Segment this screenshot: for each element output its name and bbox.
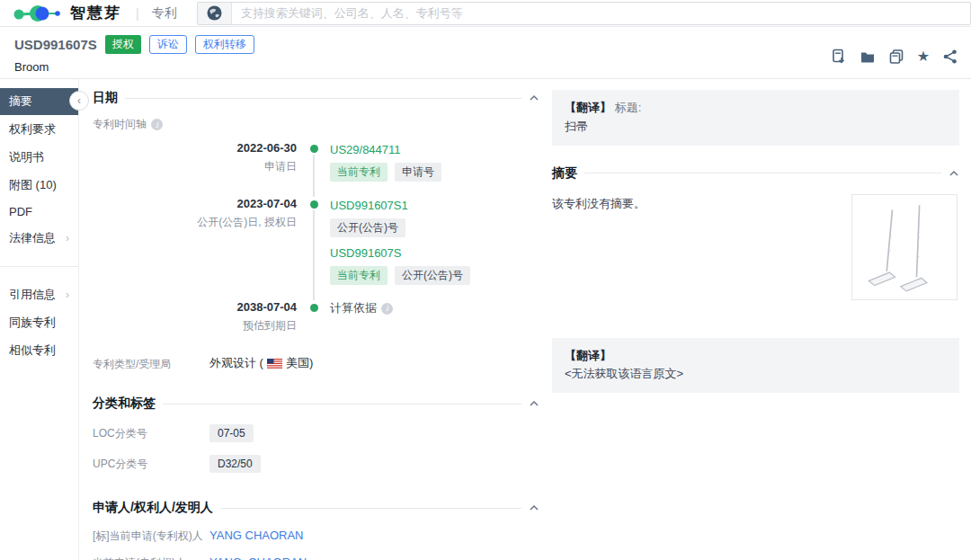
section-divider <box>125 98 521 99</box>
sidebar-item-label: 法律信息 <box>9 230 56 246</box>
timeline-label-row: 专利时间轴 i <box>93 117 539 132</box>
badge-litigation[interactable]: 诉讼 <box>149 35 187 54</box>
search-scope-button[interactable] <box>198 3 232 24</box>
people-row: [标]当前申请(专利权)人 YANG CHAORAN <box>93 527 539 544</box>
chevron-up-icon[interactable] <box>949 168 959 179</box>
applicant-link[interactable]: YANG, CHAORAN <box>209 556 307 560</box>
classification-row: UPC分类号 D32/50 <box>93 455 539 473</box>
section-title: 申请人/权利人/发明人 <box>93 500 213 516</box>
chevron-right-icon: › <box>66 232 69 244</box>
timeline-row: 2022-06-30 申请日 US29/844711 当前专利 申请号 <box>93 141 539 197</box>
timeline-date-label: 公开(公告)日, 授权日 <box>93 215 297 230</box>
brand[interactable]: 智慧芽 <box>13 3 121 24</box>
classification-row: LOC分类号 07-05 <box>93 424 539 442</box>
timeline-date: 2023-07-04 <box>93 197 297 210</box>
page-body: ‹ 摘要 权利要求 说明书 附图 (10) PDF 法律信息 › 引用信息 › … <box>0 79 971 560</box>
globe-icon <box>207 5 222 21</box>
patent-type-label: 专利类型/受理局 <box>93 355 209 372</box>
translation-title-label: 标题: <box>615 101 642 114</box>
copy-icon[interactable] <box>888 49 904 65</box>
sidebar-item-claims[interactable]: 权利要求 <box>0 116 78 143</box>
calc-basis-label: 计算依据 <box>330 300 377 316</box>
timeline-connector <box>313 155 315 197</box>
sidebar-item-abstract[interactable]: 摘要 <box>0 88 78 115</box>
timeline-axis <box>308 300 319 333</box>
tag-current-patent: 当前专利 <box>330 163 388 182</box>
timeline-date: 2038-07-04 <box>93 300 297 314</box>
sidebar-item-legal-info[interactable]: 法律信息 › <box>0 225 78 252</box>
sidebar-item-pdf[interactable]: PDF <box>0 200 78 224</box>
publication-number-link[interactable]: USD991607S <box>330 246 402 260</box>
nav-divider: | <box>136 6 139 21</box>
sidebar-item-label: PDF <box>9 205 32 218</box>
chevron-up-icon[interactable] <box>529 398 539 409</box>
timeline-row: 2023-07-04 公开(公告)日, 授权日 USD991607S1 公开(公… <box>93 197 539 300</box>
loc-class-label: LOC分类号 <box>93 424 209 441</box>
patsnap-logo-icon <box>13 3 63 24</box>
timeline-dot <box>310 304 318 312</box>
search-bar[interactable] <box>197 2 971 25</box>
chevron-up-icon[interactable] <box>529 502 539 513</box>
people-label: 当前申请(专利权)人 <box>93 554 209 560</box>
section-people-header: 申请人/权利人/发明人 <box>93 500 539 516</box>
sidebar-nav: 摘要 权利要求 说明书 附图 (10) PDF 法律信息 › 引用信息 › 同族… <box>0 79 79 560</box>
patent-drawing-thumbnail[interactable] <box>851 194 958 300</box>
sidebar-item-label: 同族专利 <box>9 315 56 331</box>
nav-patent[interactable]: 专利 <box>152 5 177 22</box>
timeline-dot <box>310 200 318 209</box>
translation-prefix: 【翻译】 <box>565 101 611 114</box>
badge-rights-transfer[interactable]: 权利转移 <box>195 35 254 54</box>
sidebar-item-family[interactable]: 同族专利 <box>0 309 78 336</box>
sidebar-item-figures[interactable]: 附图 (10) <box>0 172 78 199</box>
chevron-right-icon: › <box>66 289 69 301</box>
timeline-label: 专利时间轴 <box>93 117 147 132</box>
broom-drawing-icon <box>858 200 951 294</box>
search-input[interactable] <box>232 6 970 20</box>
header-action-icons: ★ <box>831 49 958 65</box>
patent-title: Broom <box>14 60 957 74</box>
sidebar-item-label: 引用信息 <box>9 287 56 303</box>
section-classification-header: 分类和标签 <box>93 396 539 412</box>
status-badge-granted: 授权 <box>105 35 141 54</box>
abstract-body: 该专利没有摘要。 <box>552 192 959 325</box>
section-divider <box>163 404 521 404</box>
star-icon[interactable]: ★ <box>917 49 930 64</box>
timeline-date: 2022-06-30 <box>93 141 297 155</box>
applicant-link[interactable]: YANG CHAORAN <box>209 529 304 542</box>
section-title: 分类和标签 <box>93 396 156 412</box>
us-flag-icon <box>267 359 282 369</box>
sidebar-item-citations[interactable]: 引用信息 › <box>0 281 78 308</box>
sidebar-item-similar[interactable]: 相似专利 <box>0 337 78 364</box>
patent-type-row: 专利类型/受理局 外观设计 ( 美国) <box>93 355 539 372</box>
timeline-axis <box>308 141 319 197</box>
info-icon[interactable]: i <box>381 303 393 315</box>
translation-abstract-box: 【翻译】 <无法获取该语言原文> <box>552 338 959 394</box>
section-title: 摘要 <box>552 165 577 182</box>
translation-title-value: 扫帚 <box>565 118 947 137</box>
upc-class-value[interactable]: D32/50 <box>209 455 261 473</box>
export-pdf-icon[interactable] <box>831 49 847 65</box>
publication-number-link[interactable]: USD991607S1 <box>330 199 408 212</box>
patent-type-value: 外观设计 ( <box>209 355 263 371</box>
main-content: 日期 专利时间轴 i 2022-06-30 申请日 US29/844711 <box>79 79 539 560</box>
tag-publication-number: 公开(公告)号 <box>395 266 470 285</box>
section-title: 日期 <box>93 90 118 106</box>
section-dates-header: 日期 <box>93 90 539 106</box>
timeline-axis <box>308 197 319 300</box>
upc-class-label: UPC分类号 <box>93 455 209 472</box>
loc-class-value[interactable]: 07-05 <box>209 424 254 442</box>
share-icon[interactable] <box>942 49 958 65</box>
tag-current-patent: 当前专利 <box>330 266 388 285</box>
section-divider <box>584 173 941 173</box>
sidebar-item-description[interactable]: 说明书 <box>0 144 78 171</box>
application-number-link[interactable]: US29/844711 <box>330 143 401 156</box>
people-row: 当前申请(专利权)人 YANG, CHAORAN NO. 72-489, DIN… <box>93 554 539 560</box>
chevron-up-icon[interactable] <box>529 93 539 103</box>
folder-icon[interactable] <box>860 49 876 65</box>
sidebar-collapse-button[interactable]: ‹ <box>69 91 89 111</box>
sidebar-item-label: 附图 (10) <box>9 177 57 193</box>
right-panel: 【翻译】 标题: 扫帚 摘要 该专利没有摘要。 <box>552 79 959 560</box>
info-icon[interactable]: i <box>151 119 163 130</box>
sidebar-item-label: 权利要求 <box>9 121 56 138</box>
people-label: [标]当前申请(专利权)人 <box>93 527 209 544</box>
